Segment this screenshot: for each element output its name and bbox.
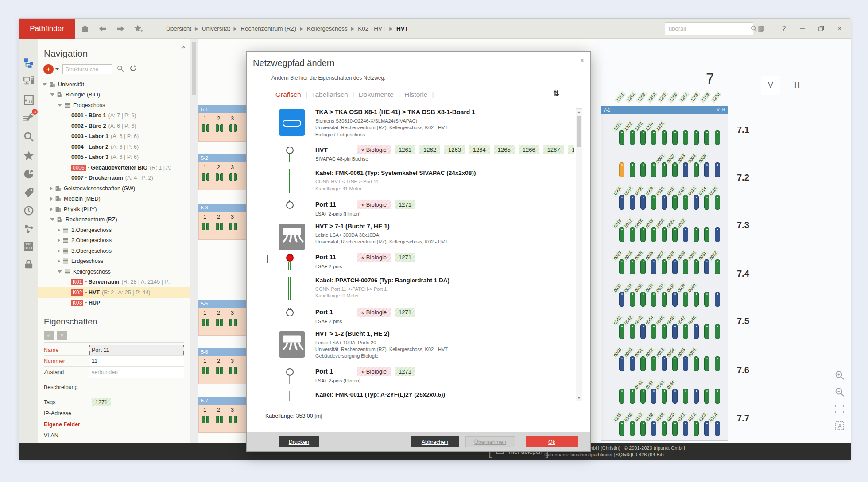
connector-block[interactable] bbox=[206, 416, 209, 423]
port-name[interactable]: Port 1 bbox=[315, 308, 353, 316]
tree-item[interactable]: 2.Obergeschoss bbox=[38, 235, 190, 246]
port-node[interactable] bbox=[286, 368, 294, 376]
sidebar-item-search[interactable] bbox=[21, 130, 36, 145]
rack-port[interactable] bbox=[640, 356, 646, 371]
dialog-scrollbar[interactable]: ▲ ▼ bbox=[576, 108, 582, 401]
rack-port[interactable] bbox=[662, 389, 667, 404]
rack-port[interactable] bbox=[651, 421, 656, 436]
rack-port[interactable] bbox=[619, 259, 624, 274]
connector-block[interactable] bbox=[206, 367, 209, 374]
home-icon[interactable] bbox=[79, 23, 91, 35]
swap-direction-icon[interactable]: ⇅ bbox=[553, 89, 559, 98]
dialog-maximize-icon[interactable] bbox=[568, 58, 573, 63]
property-value[interactable] bbox=[89, 378, 184, 397]
property-value[interactable]: Port 11... bbox=[89, 345, 184, 355]
connector-block[interactable] bbox=[229, 367, 232, 374]
rack-port[interactable] bbox=[640, 227, 646, 242]
rack-port[interactable] bbox=[640, 324, 646, 339]
rack-port[interactable] bbox=[672, 324, 678, 339]
connector-block[interactable] bbox=[202, 416, 205, 423]
minimize-button[interactable] bbox=[795, 22, 810, 35]
more-button[interactable]: ... bbox=[176, 347, 182, 353]
rack-port[interactable] bbox=[704, 356, 709, 371]
expand-icon[interactable] bbox=[50, 186, 53, 191]
rack-port[interactable] bbox=[704, 130, 709, 145]
rack-port[interactable] bbox=[630, 421, 635, 436]
sidebar-item-history[interactable] bbox=[21, 204, 36, 219]
rack-port[interactable] bbox=[683, 421, 688, 436]
abbrechen-button[interactable]: Abbrechen bbox=[411, 436, 459, 447]
rack-port[interactable] bbox=[672, 162, 678, 177]
connector-block[interactable] bbox=[206, 124, 209, 132]
rack-port[interactable] bbox=[704, 421, 709, 436]
collapse-icon[interactable] bbox=[43, 83, 47, 86]
scroll-down-icon[interactable]: ▼ bbox=[576, 395, 582, 401]
rack-port[interactable] bbox=[694, 324, 699, 339]
rack-port[interactable] bbox=[683, 389, 688, 404]
port-name[interactable]: Port 11 bbox=[315, 254, 353, 261]
rack-port[interactable] bbox=[651, 259, 656, 274]
rack-port[interactable] bbox=[704, 195, 709, 210]
zoom-out-icon[interactable] bbox=[834, 386, 845, 398]
tree-item[interactable]: Universität bbox=[38, 79, 190, 90]
tree-item[interactable]: 0002 - Büro 2(A: 6 | P: 6) bbox=[38, 121, 190, 131]
tree-item[interactable]: K01- Serverraum(R: 28 | A: 2145 | P: bbox=[38, 277, 190, 288]
connector-block[interactable] bbox=[229, 173, 232, 181]
rack-port[interactable] bbox=[619, 227, 624, 242]
rack-port[interactable] bbox=[683, 324, 688, 339]
rack-port[interactable] bbox=[715, 356, 720, 371]
drucken-button[interactable]: Drucken bbox=[279, 436, 319, 447]
rack-port[interactable] bbox=[640, 195, 646, 210]
sidebar-item-lock[interactable] bbox=[21, 257, 36, 273]
rack-port[interactable] bbox=[715, 259, 720, 274]
tree-item[interactable]: Biologie (BIO) bbox=[38, 90, 190, 100]
horizontal-view-button[interactable]: H bbox=[787, 76, 807, 95]
rack-port[interactable] bbox=[694, 421, 699, 436]
connector-block[interactable] bbox=[229, 416, 232, 423]
rack-port[interactable] bbox=[694, 292, 699, 307]
port-node[interactable] bbox=[286, 147, 294, 154]
connector-block[interactable] bbox=[202, 223, 205, 230]
rack-port[interactable] bbox=[619, 162, 624, 177]
rack-port[interactable] bbox=[694, 227, 699, 242]
connector-block[interactable] bbox=[216, 319, 219, 326]
connector-block[interactable] bbox=[202, 367, 205, 374]
port-node-occupied[interactable] bbox=[286, 254, 294, 262]
connector-block[interactable] bbox=[220, 173, 223, 181]
forward-icon[interactable] bbox=[115, 23, 126, 35]
rack-port[interactable] bbox=[651, 356, 656, 371]
rack-port[interactable] bbox=[630, 389, 635, 404]
rack-port[interactable] bbox=[640, 421, 646, 436]
ok-button[interactable]: Ok bbox=[526, 436, 578, 447]
sidebar-item-navigation-tree[interactable] bbox=[21, 56, 36, 71]
rack-port[interactable] bbox=[619, 324, 624, 339]
tree-item[interactable]: 0007 - Druckerraum(A: 4 | P: 2) bbox=[38, 173, 190, 184]
rack-port[interactable] bbox=[704, 292, 709, 307]
barcode-icon[interactable] bbox=[758, 25, 765, 32]
rack-port[interactable] bbox=[672, 227, 678, 242]
nav-canvas-scrollbar[interactable] bbox=[190, 39, 198, 443]
expand-icon[interactable] bbox=[50, 197, 53, 201]
patch-panel-5-3[interactable]: 5-3123 bbox=[198, 204, 252, 240]
rack-header[interactable]: 7-1 V H bbox=[601, 106, 728, 114]
patch-panel-5-7[interactable]: 5-7123 bbox=[198, 397, 252, 433]
rack-port[interactable] bbox=[640, 259, 646, 274]
rack-port[interactable] bbox=[662, 227, 667, 242]
tree-item[interactable]: Erdgeschoss bbox=[38, 256, 190, 267]
rack-port[interactable] bbox=[662, 324, 667, 339]
connector-block[interactable] bbox=[206, 223, 209, 230]
sidebar-item-tag[interactable] bbox=[21, 185, 36, 201]
rack-port[interactable] bbox=[672, 389, 678, 404]
confirm-button[interactable]: ✓ bbox=[44, 331, 54, 340]
expand-icon[interactable] bbox=[58, 249, 60, 253]
favorite-add-icon[interactable] bbox=[132, 23, 144, 35]
port-name[interactable]: Port 1 bbox=[315, 368, 353, 375]
rack-port[interactable] bbox=[662, 162, 667, 177]
connector-block[interactable] bbox=[202, 173, 205, 181]
rack-port[interactable] bbox=[683, 195, 688, 210]
rack-port[interactable] bbox=[672, 195, 678, 210]
tree-item[interactable]: K03- HÜP bbox=[38, 298, 190, 308]
text-tool-icon[interactable]: A bbox=[834, 420, 845, 432]
breadcrumb-item[interactable]: Kellergeschoss bbox=[305, 24, 349, 33]
rack-port[interactable] bbox=[662, 130, 667, 145]
